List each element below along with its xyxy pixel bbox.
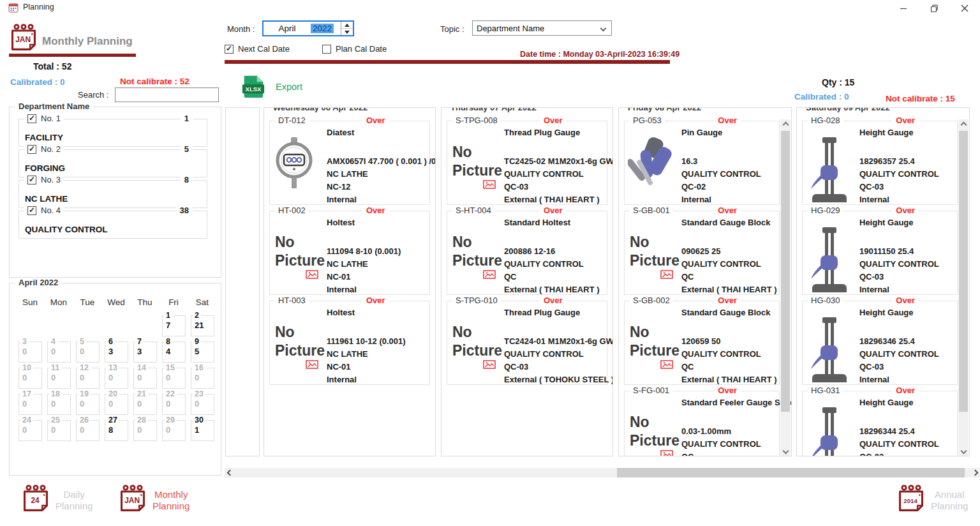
horizontal-scrollbar[interactable] — [225, 468, 980, 477]
scroll-up-button[interactable] — [780, 119, 791, 130]
export-label: Export — [276, 82, 302, 92]
instrument-card[interactable]: S-FG-001OverStandard Feeler Gauge Specia… — [624, 391, 780, 456]
day-column-title: Wednesday 06 Apr 2022 — [270, 107, 371, 112]
instrument-card[interactable]: HG-029OverHeight Gauge19011150 25.4QUALI… — [802, 211, 958, 295]
topic-value: Department Name — [477, 24, 544, 33]
scroll-up-button[interactable] — [958, 119, 969, 130]
minimize-button[interactable] — [892, 0, 915, 17]
calendar-day-count: 0 — [80, 425, 84, 435]
card-status-over: Over — [714, 116, 741, 125]
calendar-day-cell: 84 — [162, 342, 186, 363]
vertical-scroll-thumb[interactable] — [781, 131, 790, 412]
department-name: FACILITY — [25, 133, 63, 142]
card-department: QUALITY CONTROL — [504, 259, 584, 269]
department-name: NC LATHE — [25, 194, 68, 204]
no-picture-placeholder: NoPicture — [630, 233, 679, 270]
department-checkbox[interactable] — [27, 145, 36, 154]
nav-monthly-planning[interactable]: JAN MonthlyPlanning — [118, 484, 189, 518]
department-item-legend: No. 2 — [24, 144, 64, 154]
instrument-card[interactable]: S-GB-002OverStandard Gauge Block120659 5… — [624, 301, 780, 385]
scroll-left-button[interactable] — [225, 468, 235, 477]
search-input[interactable] — [115, 87, 219, 102]
instrument-card[interactable]: HG-028OverHeight Gauge18296357 25.4QUALI… — [802, 121, 958, 205]
calendar-day-number: 10 — [20, 363, 33, 372]
card-location: NC-01 — [327, 272, 351, 282]
horizontal-scroll-thumb[interactable] — [617, 468, 965, 477]
department-item[interactable]: No. 11FACILITY — [19, 119, 207, 147]
department-checkbox[interactable] — [27, 206, 36, 215]
restore-button[interactable] — [923, 0, 946, 17]
department-checkbox[interactable] — [27, 176, 36, 184]
scroll-down-button[interactable] — [780, 446, 791, 456]
instrument-card[interactable]: HT-003OverHoltest111961 10-12 (0.001)NC … — [269, 301, 430, 385]
calendar-day-count: 3 — [108, 347, 113, 356]
department-count: 8 — [181, 175, 193, 184]
nav-annual-planning[interactable]: 2014 AnnualPlanning — [896, 484, 968, 518]
pin-gauge-image — [628, 137, 679, 188]
instrument-card[interactable]: S-GB-001OverStandard Gauge Block090625 2… — [624, 211, 780, 295]
scroll-down-button[interactable] — [958, 446, 969, 456]
calendar-day-number: 21 — [135, 389, 148, 398]
instrument-card[interactable]: DT-012OverDiatestAMX0657I 47.700 ( 0.001… — [269, 121, 430, 205]
calendar-day-count: 0 — [51, 373, 56, 382]
instrument-card[interactable]: S-HT-004OverStandard Holtest200886 12-16… — [447, 211, 607, 295]
export-button[interactable]: XLSX Export — [241, 73, 324, 101]
no-picture-line: No — [630, 323, 679, 342]
card-department: NC LATHE — [327, 259, 368, 269]
department-item[interactable]: No. 38NC LATHE — [19, 180, 207, 208]
department-checkbox[interactable] — [27, 114, 36, 123]
calendar-day-number: 23 — [193, 389, 205, 398]
card-id: S-TPG-008 — [452, 116, 501, 125]
calendar-day-cell: 221 — [191, 315, 214, 336]
scroll-right-button[interactable] — [970, 468, 980, 477]
nav-daily-planning[interactable]: 24 DailyPlanning — [21, 484, 93, 518]
card-cal-source: External ( THAI HEART ) — [681, 375, 777, 384]
day-calibrated-count: Calibrated : 0 — [794, 92, 849, 101]
svg-text:JAN: JAN — [124, 496, 140, 505]
instrument-card[interactable]: HG-031OverHeight Gauge18296344 25.4QUALI… — [802, 391, 958, 456]
department-no: No. 1 — [41, 114, 61, 123]
vertical-scroll-thumb[interactable] — [959, 131, 968, 412]
card-status-over: Over — [540, 296, 567, 305]
plan-cal-date-checkbox[interactable]: Plan Cal Date — [322, 44, 387, 54]
instrument-card[interactable]: S-TPG-008OverThread Plug GaugeTC2425-02 … — [447, 121, 607, 205]
department-item[interactable]: No. 438QUALITY CONTROL — [19, 211, 207, 239]
instrument-card[interactable]: HT-002OverHoltest111094 8-10 (0.001)NC L… — [269, 211, 430, 295]
instrument-card[interactable]: HG-030OverHeight Gauge18296346 25.4QUALI… — [802, 301, 958, 385]
calendar-day-number: 24 — [20, 416, 33, 425]
card-location: QC — [681, 272, 694, 282]
calendar-day-header: Sat — [189, 297, 215, 307]
card-id: HT-002 — [275, 206, 309, 215]
calendar-day-number: 12 — [78, 363, 91, 372]
calendar-day-cell: 230 — [191, 394, 214, 415]
department-item[interactable]: No. 25FORGING — [19, 149, 207, 177]
calendar-day-cell: 63 — [105, 342, 128, 363]
title-bar: Planning — [0, 0, 980, 15]
spinner-up-button[interactable] — [341, 22, 353, 28]
close-button[interactable] — [953, 0, 976, 17]
vertical-scrollbar[interactable] — [958, 119, 969, 456]
calendar-day-number: 11 — [49, 363, 61, 372]
spinner-down-button[interactable] — [341, 28, 353, 35]
calendar-day-number: 19 — [78, 389, 91, 398]
topic-dropdown[interactable]: Department Name — [472, 20, 612, 36]
calendar-day-count: 0 — [166, 373, 170, 382]
month-picker[interactable]: April 2022 — [262, 20, 354, 36]
card-id: S-GB-001 — [630, 206, 673, 215]
vertical-scrollbar[interactable] — [780, 119, 791, 456]
instrument-card[interactable]: PG-053OverPin Gauge16.3QUALITY CONTROLQC… — [624, 121, 780, 205]
card-location: QC-03 — [504, 182, 528, 192]
card-id: DT-012 — [275, 116, 309, 125]
next-cal-date-checkbox[interactable]: Next Cal Date — [225, 44, 290, 54]
monthly-planning-label: MonthlyPlanning — [152, 489, 189, 512]
calendar-day-cell: 30 — [19, 342, 42, 363]
card-department: NC LATHE — [327, 169, 368, 179]
calendar-day-count: 3 — [137, 347, 142, 356]
instrument-card[interactable]: S-TPG-010OverThread Plug GaugeTC2424-01 … — [447, 301, 607, 385]
calendar-day-number: 22 — [164, 389, 177, 398]
calendar-day-number: 2 — [193, 311, 201, 320]
no-picture-line: No — [452, 233, 502, 252]
card-status-over: Over — [892, 296, 919, 305]
calendar-day-number: 9 — [193, 337, 201, 346]
calendar-day-cell: 160 — [191, 368, 214, 389]
